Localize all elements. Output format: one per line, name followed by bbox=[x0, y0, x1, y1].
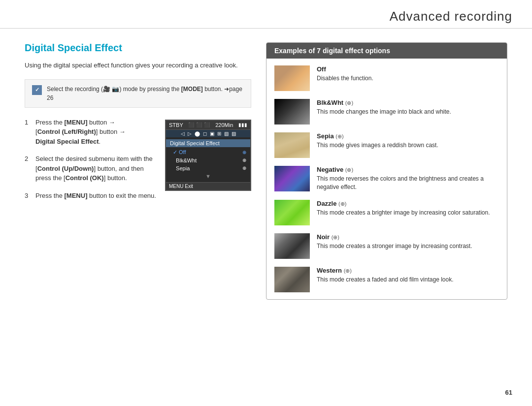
effect-desc-dazzle: This mode creates a brighter image by in… bbox=[317, 209, 499, 217]
camera-menu-item-blkwht: Blk&Wht⊕ bbox=[166, 156, 250, 164]
effect-item-noir: Noir (⊕) This mode creates a stronger im… bbox=[274, 233, 499, 259]
effect-item-off: Off Disables the function. bbox=[274, 65, 499, 91]
negative-icon-badge: (⊕) bbox=[345, 167, 353, 173]
effect-name-western: Western (⊕) bbox=[317, 267, 499, 274]
camera-ui-scroll: ▼ bbox=[166, 172, 250, 180]
step-2-content: Select the desired submenu item with the… bbox=[35, 154, 159, 183]
step-num-1: 1 bbox=[25, 118, 32, 147]
examples-box: Examples of 7 digital effect options Off… bbox=[266, 42, 507, 300]
effect-name-blkwht: Blk&Wht (⊕) bbox=[317, 99, 499, 106]
effect-thumb-blkwht bbox=[274, 99, 310, 125]
page-number: 61 bbox=[505, 389, 512, 396]
western-icon-badge: (⊕) bbox=[344, 268, 352, 274]
examples-body: Off Disables the function. Blk&Wht (⊕) T… bbox=[266, 59, 507, 299]
effect-name-dazzle: Dazzle (⊕) bbox=[317, 200, 499, 207]
step-2: 2 Select the desired submenu item with t… bbox=[25, 154, 159, 183]
camera-menu-item-sepia: Sepia⊕ bbox=[166, 164, 250, 172]
effect-thumb-sepia bbox=[274, 132, 310, 158]
effect-thumb-off bbox=[274, 65, 310, 91]
step-1-content: Press the [MENU] button → [Control (Left… bbox=[35, 118, 159, 147]
camera-menu-item-off: ✓ Off⊕ bbox=[166, 148, 250, 156]
effect-name-noir: Noir (⊕) bbox=[317, 233, 499, 241]
effect-desc-off: Disables the function. bbox=[317, 74, 499, 83]
camera-ui-icons: ⬛⬛⬛ bbox=[188, 122, 210, 127]
effect-desc-negative: This mode reverses the colors and the br… bbox=[317, 175, 499, 192]
right-column: Examples of 7 digital effect options Off… bbox=[266, 42, 507, 300]
effect-item-dazzle: Dazzle (⊕) This mode creates a brighter … bbox=[274, 200, 499, 225]
step-num-3: 3 bbox=[25, 191, 32, 201]
effect-item-blkwht: Blk&Wht (⊕) This mode changes the image … bbox=[274, 99, 499, 125]
effect-desc-noir: This mode creates a stronger image by in… bbox=[317, 242, 499, 250]
effect-desc-sepia: This mode gives images a reddish brown c… bbox=[317, 141, 499, 150]
camera-ui-mockup: STBY ⬛⬛⬛ 220Min ▮▮▮ ◁▷⬤◻▣⊞▧▨ Digital Spe… bbox=[165, 120, 251, 191]
note-icon: ✓ bbox=[32, 85, 42, 95]
effect-name-off: Off bbox=[317, 65, 499, 73]
note-box: ✓ Select the recording (🎥 📷) mode by pre… bbox=[25, 79, 251, 108]
effect-item-western: Western (⊕) This mode creates a faded an… bbox=[274, 267, 499, 292]
section-title: Digital Special Effect bbox=[25, 42, 251, 54]
effect-info-sepia: Sepia (⊕) This mode gives images a reddi… bbox=[317, 132, 499, 150]
intro-text: Using the digital special effect functio… bbox=[25, 61, 251, 70]
effect-desc-western: This mode creates a faded and old film v… bbox=[317, 276, 499, 284]
camera-ui-toolbar: ◁▷⬤◻▣⊞▧▨ bbox=[166, 130, 250, 137]
page-header: Advanced recording bbox=[0, 0, 532, 29]
effect-info-blkwht: Blk&Wht (⊕) This mode changes the image … bbox=[317, 99, 499, 116]
camera-stby-label: STBY bbox=[169, 122, 183, 128]
step-3-content: Press the [MENU] button to exit the menu… bbox=[35, 191, 251, 201]
effect-thumb-dazzle bbox=[274, 200, 310, 225]
effect-info-off: Off Disables the function. bbox=[317, 65, 499, 83]
page-title: Advanced recording bbox=[20, 9, 512, 24]
effect-thumb-noir bbox=[274, 233, 310, 259]
camera-ui-footer: MENU Exit bbox=[166, 182, 250, 190]
camera-time-label: 220Min bbox=[215, 122, 233, 128]
noir-icon-badge: (⊕) bbox=[332, 234, 339, 240]
effect-item-sepia: Sepia (⊕) This mode gives images a reddi… bbox=[274, 132, 499, 158]
effect-thumb-negative bbox=[274, 166, 310, 191]
dazzle-icon-badge: (⊕) bbox=[338, 201, 346, 207]
sepia-icon-badge: (⊕) bbox=[335, 133, 343, 139]
step-3: 3 Press the [MENU] button to exit the me… bbox=[25, 191, 251, 201]
effect-name-sepia: Sepia (⊕) bbox=[317, 132, 499, 140]
effect-info-western: Western (⊕) This mode creates a faded an… bbox=[317, 267, 499, 284]
camera-ui-header: STBY ⬛⬛⬛ 220Min ▮▮▮ bbox=[166, 121, 250, 130]
effect-name-negative: Negative (⊕) bbox=[317, 166, 499, 173]
camera-ui-body: Digital Special Effect ✓ Off⊕ Blk&Wht⊕ S… bbox=[166, 137, 250, 182]
note-text: Select the recording (🎥 📷) mode by press… bbox=[47, 85, 244, 102]
effect-info-negative: Negative (⊕) This mode reverses the colo… bbox=[317, 166, 499, 192]
step-num-2: 2 bbox=[25, 154, 32, 183]
effect-desc-blkwht: This mode changes the image into black a… bbox=[317, 108, 499, 116]
left-column: Digital Special Effect Using the digital… bbox=[25, 42, 251, 300]
effect-item-negative: Negative (⊕) This mode reverses the colo… bbox=[274, 166, 499, 192]
blkwht-icon-badge: (⊕) bbox=[345, 100, 353, 106]
effect-info-noir: Noir (⊕) This mode creates a stronger im… bbox=[317, 233, 499, 250]
step-1: 1 Press the [MENU] button → [Control (Le… bbox=[25, 118, 159, 147]
examples-header: Examples of 7 digital effect options bbox=[266, 43, 507, 59]
effect-thumb-western bbox=[274, 267, 310, 292]
camera-battery-icons: ▮▮▮ bbox=[238, 122, 247, 127]
effect-info-dazzle: Dazzle (⊕) This mode creates a brighter … bbox=[317, 200, 499, 217]
camera-ui-menu-title: Digital Special Effect bbox=[166, 139, 250, 147]
